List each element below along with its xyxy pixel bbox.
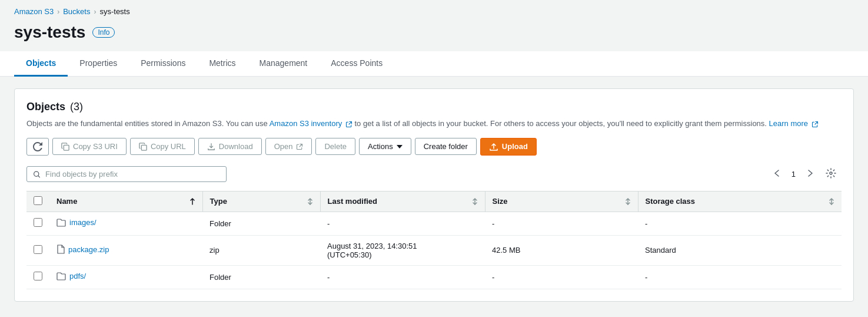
th-name-label: Name (56, 197, 77, 206)
objects-table: Name Type (26, 191, 842, 289)
upload-button[interactable]: Upload (480, 138, 537, 156)
svg-rect-1 (141, 145, 147, 150)
desc-prefix: Objects are the fundamental entities sto… (26, 119, 268, 128)
row-name-cell: images/ (49, 212, 202, 235)
row-storage-cell: - (638, 212, 842, 235)
search-input[interactable] (45, 170, 220, 179)
svg-point-3 (830, 172, 832, 174)
row-storage-cell: Standard (638, 235, 842, 265)
delete-label: Delete (324, 142, 347, 151)
upload-icon (489, 142, 498, 151)
search-box (26, 166, 227, 182)
row-modified: - (327, 219, 330, 228)
row-type: Folder (209, 219, 231, 228)
file-link[interactable]: package.zip (56, 245, 109, 254)
upload-label: Upload (502, 142, 528, 151)
row-type-cell: Folder (202, 212, 320, 235)
download-icon (207, 143, 215, 151)
open-button[interactable]: Open (265, 138, 312, 155)
next-page-button[interactable] (803, 167, 818, 181)
panel-description: Objects are the fundamental entities sto… (26, 118, 842, 130)
svg-rect-0 (64, 145, 69, 150)
copy-s3-uri-button[interactable]: Copy S3 URI (52, 138, 127, 155)
refresh-button[interactable] (26, 138, 49, 156)
refresh-icon (33, 142, 42, 151)
file-link[interactable]: images/ (56, 218, 97, 227)
th-type[interactable]: Type (202, 191, 320, 212)
sort-asc-icon (189, 197, 195, 206)
tab-properties[interactable]: Properties (68, 51, 129, 77)
th-size[interactable]: Size (485, 191, 638, 212)
row-size-cell: - (485, 212, 638, 235)
file-name: pdfs/ (69, 272, 86, 280)
breadcrumb: Amazon S3 › Buckets › sys-tests (0, 0, 868, 21)
th-modified-label: Last modified (328, 197, 378, 206)
create-folder-button[interactable]: Create folder (415, 138, 477, 155)
tab-access-points[interactable]: Access Points (319, 51, 394, 77)
breadcrumb-amazon-s3[interactable]: Amazon S3 (14, 7, 54, 16)
tab-objects[interactable]: Objects (14, 51, 68, 77)
row-size-cell: 42.5 MB (485, 235, 638, 265)
settings-icon (826, 168, 836, 179)
sort-icon-modified (472, 197, 478, 206)
page-number: 1 (787, 167, 800, 181)
tab-metrics[interactable]: Metrics (197, 51, 247, 77)
th-type-label: Type (210, 197, 227, 206)
copy-s3-uri-icon (61, 143, 69, 151)
row-storage-cell: - (638, 265, 842, 289)
copy-url-icon (139, 143, 147, 151)
copy-url-label: Copy URL (151, 142, 186, 151)
toolbar: Copy S3 URI Copy URL Download Open (26, 138, 842, 156)
row-size: - (492, 219, 494, 228)
download-button[interactable]: Download (198, 138, 262, 155)
row-name-cell: package.zip (49, 235, 202, 265)
row-storage: Standard (645, 246, 676, 255)
tab-management[interactable]: Management (248, 51, 320, 77)
row-storage: - (645, 219, 647, 228)
th-name[interactable]: Name (49, 191, 202, 212)
select-all-checkbox[interactable] (34, 196, 42, 205)
row-checkbox[interactable] (34, 272, 42, 280)
copy-url-button[interactable]: Copy URL (130, 138, 195, 155)
table-row: package.zip zip August 31, 2023, 14:30:5… (26, 235, 842, 265)
row-checkbox-cell (26, 235, 49, 265)
objects-panel: Objects (3) Objects are the fundamental … (14, 88, 854, 302)
learn-more-link[interactable]: Learn more (769, 119, 819, 128)
row-type-cell: Folder (202, 265, 320, 289)
file-name: package.zip (68, 245, 109, 254)
inventory-link[interactable]: Amazon S3 inventory (270, 119, 355, 128)
row-size: - (492, 273, 494, 282)
tab-permissions[interactable]: Permissions (129, 51, 197, 77)
column-settings-button[interactable] (820, 165, 842, 184)
row-size: 42.5 MB (492, 246, 520, 255)
info-badge[interactable]: Info (92, 27, 115, 38)
prev-page-button[interactable] (769, 167, 784, 181)
main-content: Objects (3) Objects are the fundamental … (0, 77, 868, 313)
actions-button[interactable]: Actions (359, 138, 411, 155)
download-label: Download (219, 142, 253, 151)
breadcrumb-buckets[interactable]: Buckets (63, 7, 90, 16)
page-title: sys-tests (14, 23, 85, 42)
table-row: images/ Folder - - - (26, 212, 842, 235)
sort-icon-type (307, 197, 313, 206)
folder-icon (56, 218, 66, 227)
chevron-right-icon (808, 170, 813, 177)
row-checkbox[interactable] (34, 245, 42, 254)
row-modified-cell: August 31, 2023, 14:30:51(UTC+05:30) (320, 235, 485, 265)
sort-icon-storage (829, 197, 834, 206)
row-checkbox-cell (26, 212, 49, 235)
row-type: Folder (209, 273, 231, 282)
delete-button[interactable]: Delete (315, 138, 355, 155)
th-last-modified[interactable]: Last modified (320, 191, 485, 212)
desc-middle: to get a list of all objects in your buc… (354, 119, 769, 128)
external-link-icon (345, 121, 352, 128)
th-storage-class[interactable]: Storage class (638, 191, 842, 212)
chevron-left-icon (774, 170, 779, 177)
sort-icon-size (625, 197, 631, 206)
breadcrumb-current: sys-tests (99, 7, 129, 16)
file-link[interactable]: pdfs/ (56, 272, 86, 281)
panel-count: (3) (70, 101, 83, 113)
row-checkbox[interactable] (34, 218, 42, 227)
actions-dropdown-icon (397, 144, 403, 150)
pagination-controls: 1 (769, 165, 842, 184)
